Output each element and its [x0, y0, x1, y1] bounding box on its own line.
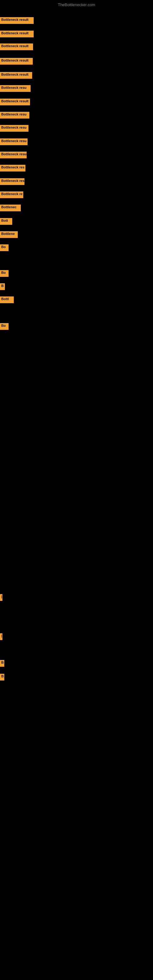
bottleneck-result-label: Bottleneck resu [0, 125, 29, 132]
site-title: TheBottlenecker.com [0, 2, 153, 7]
bottleneck-result-label: Bottleneck result [0, 17, 33, 24]
bottleneck-result-label: B [0, 674, 4, 681]
bottleneck-result-label: Bottleneck resu [0, 138, 27, 145]
bottleneck-result-label: Bottl [0, 296, 14, 303]
bottleneck-result-label: Bo [0, 323, 9, 330]
bottleneck-result-label: Bottlene [0, 231, 18, 238]
bottleneck-result-label: Bottleneck resu [0, 85, 30, 92]
bottleneck-result-label: Bottleneck res [0, 178, 24, 185]
bottleneck-result-label: Bottleneck result [0, 58, 33, 65]
bottleneck-result-label: Bo [0, 270, 9, 277]
bottleneck-result-label: Bottleneck result [0, 43, 33, 50]
bottleneck-result-label: Bottlenec [0, 205, 21, 211]
bottleneck-result-label: Bottleneck result [0, 30, 33, 37]
bottleneck-result-label: Bottleneck res [0, 165, 26, 172]
bottleneck-result-label: Bottleneck re [0, 191, 23, 198]
bottleneck-result-label: Bottleneck result [0, 99, 30, 105]
bottleneck-result-label: Bottleneck resu [0, 112, 29, 119]
bottleneck-result-label: | [0, 594, 2, 601]
bottleneck-result-label: Bottleneck result [0, 72, 32, 79]
bottleneck-result-label: Bo [0, 244, 9, 251]
bottleneck-result-label: B [0, 660, 4, 667]
bottleneck-result-label: | [0, 633, 2, 640]
bottleneck-result-label: B [0, 283, 5, 290]
bottleneck-result-label: Bottleneck resu [0, 151, 27, 158]
bottleneck-result-label: Bott [0, 218, 12, 225]
